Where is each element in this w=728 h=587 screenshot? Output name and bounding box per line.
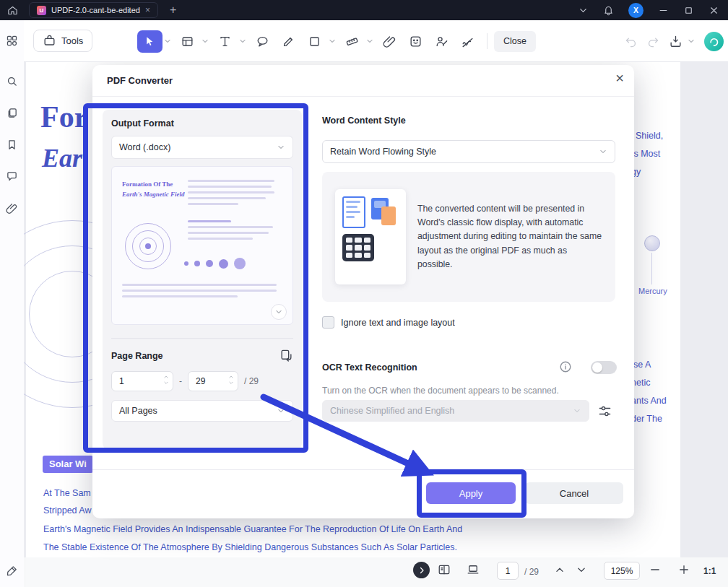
document-link-line: The Stable Existence Of The Atmosphere B… <box>43 542 457 552</box>
sticker-icon <box>409 35 422 48</box>
attachments-button[interactable] <box>6 202 18 214</box>
ocr-toggle[interactable] <box>591 361 617 374</box>
word-style-dropdown[interactable]: Retain Word Flowing Style <box>322 140 615 163</box>
pen-settings-button[interactable] <box>6 565 18 577</box>
toolbar: Tools <box>0 20 728 62</box>
select-tool-button[interactable] <box>137 30 162 53</box>
cancel-button[interactable]: Cancel <box>525 482 623 504</box>
chevron-up-icon <box>555 565 565 574</box>
ai-assistant-button[interactable] <box>704 32 724 51</box>
zoom-in-button[interactable] <box>677 563 690 576</box>
tools-button[interactable]: Tools <box>33 30 92 52</box>
preview-title: Formation Of The <box>122 180 185 190</box>
bookmarks-button[interactable] <box>6 139 18 151</box>
mercury-planet-graphic <box>644 235 660 251</box>
tab-close-icon[interactable]: × <box>145 6 150 14</box>
close-window-button[interactable] <box>708 5 719 16</box>
callout-tool-button[interactable] <box>251 30 273 52</box>
info-icon[interactable] <box>559 360 572 373</box>
shape-tool-button[interactable] <box>303 30 325 52</box>
page-from-input[interactable] <box>111 371 173 391</box>
thumbnails-button[interactable] <box>6 107 18 119</box>
home-button[interactable] <box>0 5 25 16</box>
frame-tool-dropdown[interactable] <box>200 37 209 45</box>
reading-view-button[interactable] <box>438 563 451 576</box>
word-style-value: Retain Word Flowing Style <box>330 147 436 157</box>
text-tool-icon <box>218 35 232 48</box>
page-to-input[interactable] <box>188 371 238 391</box>
sign-tool-button[interactable] <box>430 30 452 52</box>
style-info-panel: The converted content will be presented … <box>322 172 615 302</box>
page-total-label: / 29 <box>524 567 539 577</box>
apply-button[interactable]: Apply <box>426 482 516 504</box>
page-range-icon[interactable] <box>280 349 293 362</box>
document-heading-line1: For <box>40 100 87 134</box>
measure-tool-button[interactable] <box>341 30 363 52</box>
page-from-stepper[interactable] <box>163 375 169 385</box>
shape-tool-dropdown[interactable] <box>327 37 337 45</box>
person-sign-icon <box>435 35 448 48</box>
measure-tool-dropdown[interactable] <box>365 37 374 45</box>
updf-app-window: U UPDF-2.0-cant-be-edited × + X Tools <box>0 0 728 587</box>
page-scope-value: All Pages <box>119 406 157 416</box>
zoom-out-button[interactable] <box>649 563 662 576</box>
ignore-layout-checkbox[interactable] <box>322 316 334 329</box>
frame-tool-button[interactable] <box>176 30 198 52</box>
dialog-close-icon[interactable]: × <box>615 71 624 85</box>
select-tool-dropdown[interactable] <box>162 37 172 45</box>
new-tab-button[interactable]: + <box>170 4 176 16</box>
page-number-field[interactable] <box>498 566 518 576</box>
tools-label: Tools <box>61 35 83 46</box>
mini-calculator-icon <box>342 234 374 261</box>
actual-size-button[interactable]: 1:1 <box>703 566 716 576</box>
signature-tool-button[interactable] <box>456 30 478 52</box>
attachment-tool-button[interactable] <box>378 30 400 52</box>
ocr-language-dropdown[interactable]: Chinese Simplified and English <box>322 400 589 422</box>
titlebar-chevron-down-icon[interactable] <box>578 5 589 16</box>
preview-expand-button[interactable] <box>271 304 287 320</box>
undo-icon[interactable] <box>624 35 638 48</box>
callout-tool-icon <box>256 35 269 48</box>
ocr-settings-sliders-icon[interactable] <box>598 404 612 418</box>
page-number-input[interactable] <box>497 562 519 580</box>
chevron-down-icon <box>599 147 607 156</box>
sticker-tool-button[interactable] <box>404 30 426 52</box>
notifications-bell-icon[interactable] <box>603 5 614 16</box>
save-dropdown-icon[interactable] <box>687 37 696 45</box>
comment-icon <box>6 170 18 183</box>
page-scope-dropdown[interactable]: All Pages <box>111 400 293 422</box>
presentation-view-button[interactable] <box>467 563 480 576</box>
chevron-down-icon <box>277 406 285 415</box>
pages-icon <box>6 107 18 119</box>
chevron-down-icon <box>573 406 581 415</box>
plus-icon <box>677 563 690 576</box>
search-button[interactable] <box>6 75 18 87</box>
zoom-level-box[interactable]: 125% <box>604 562 640 580</box>
annotation-tools: Close <box>137 29 536 53</box>
text-tool-button[interactable] <box>214 30 235 52</box>
expand-panel-button[interactable] <box>413 562 430 578</box>
text-tool-dropdown[interactable] <box>238 37 247 45</box>
pen-tool-button[interactable] <box>277 30 299 52</box>
doc-fragment: ts Most <box>631 149 660 159</box>
output-format-dropdown[interactable]: Word (.docx) <box>111 136 293 159</box>
bookmark-icon <box>6 139 18 151</box>
panel-divider <box>111 338 293 339</box>
next-page-button[interactable] <box>576 565 586 576</box>
maximize-button[interactable] <box>683 5 694 16</box>
previous-page-button[interactable] <box>555 565 565 576</box>
document-tab[interactable]: U UPDF-2.0-cant-be-edited × <box>29 2 158 18</box>
page-to-stepper[interactable] <box>228 375 234 385</box>
tab-title: UPDF-2.0-cant-be-edited <box>51 6 140 14</box>
ocr-hint: Turn on the OCR when the document appear… <box>322 386 559 396</box>
mercury-callout-line <box>651 253 652 284</box>
user-avatar[interactable]: X <box>628 3 644 18</box>
minimize-button[interactable] <box>658 5 669 16</box>
panel-grid-button[interactable] <box>6 35 18 47</box>
doc-fragment: ants And <box>631 396 667 406</box>
close-tools-button[interactable]: Close <box>494 31 536 52</box>
comments-button[interactable] <box>6 170 18 183</box>
preview-title-block: Formation Of The Earth's Magnetic Field <box>122 180 185 199</box>
redo-icon[interactable] <box>646 35 660 48</box>
save-icon[interactable] <box>669 35 682 48</box>
